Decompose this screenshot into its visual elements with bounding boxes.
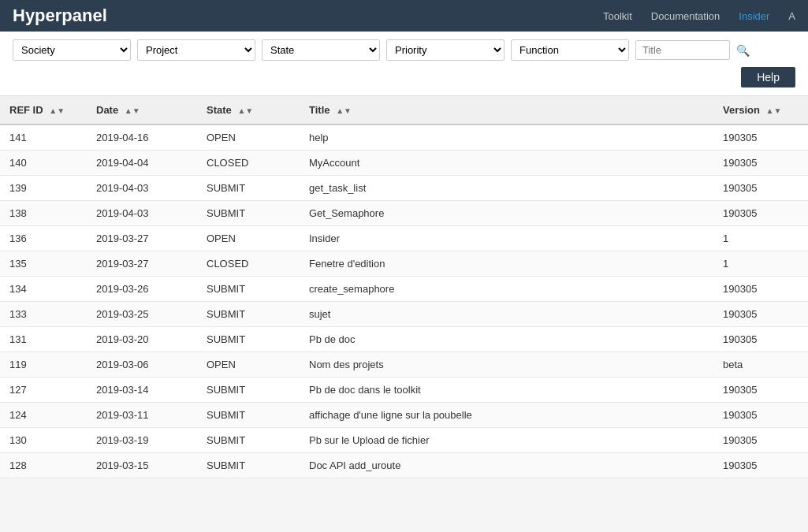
table-row[interactable]: 133 2019-03-25 SUBMIT sujet 190305: [0, 302, 808, 327]
cell-version: 190305: [713, 201, 808, 226]
table-row[interactable]: 136 2019-03-27 OPEN Insider 1: [0, 226, 808, 251]
cell-version: 1: [713, 251, 808, 277]
col-header-refid[interactable]: REF ID ▲▼: [0, 96, 87, 125]
cell-version: 190305: [713, 378, 808, 403]
col-header-state[interactable]: State ▲▼: [197, 96, 300, 125]
cell-version: 190305: [713, 428, 808, 453]
sort-icon-title: ▲▼: [336, 106, 352, 115]
table-row[interactable]: 138 2019-04-03 SUBMIT Get_Semaphore 1903…: [0, 201, 808, 226]
cell-title: help: [300, 125, 713, 151]
cell-version: 190305: [713, 125, 808, 151]
nav-insider[interactable]: Insider: [739, 10, 769, 22]
state-select[interactable]: State: [262, 39, 380, 61]
cell-date: 2019-03-14: [87, 378, 197, 403]
nav-toolkit[interactable]: Toolkit: [603, 10, 632, 22]
cell-refid: 133: [0, 302, 87, 327]
cell-refid: 134: [0, 277, 87, 302]
title-input[interactable]: [635, 40, 730, 60]
cell-date: 2019-04-03: [87, 176, 197, 201]
cell-date: 2019-03-15: [87, 453, 197, 478]
col-header-title[interactable]: Title ▲▼: [300, 96, 713, 125]
cell-date: 2019-04-04: [87, 151, 197, 176]
cell-date: 2019-04-03: [87, 201, 197, 226]
search-button[interactable]: 🔍: [736, 44, 750, 57]
table-row[interactable]: 128 2019-03-15 SUBMIT Doc API add_uroute…: [0, 453, 808, 478]
cell-version: 190305: [713, 302, 808, 327]
cell-refid: 138: [0, 201, 87, 226]
cell-version: 190305: [713, 453, 808, 478]
col-header-date[interactable]: Date ▲▼: [87, 96, 197, 125]
cell-state: SUBMIT: [197, 453, 300, 478]
society-select[interactable]: Society: [13, 39, 131, 61]
cell-date: 2019-03-27: [87, 226, 197, 251]
cell-title: Pb de doc: [300, 327, 713, 352]
cell-refid: 136: [0, 226, 87, 251]
cell-title: Fenetre d'edition: [300, 251, 713, 277]
cell-state: CLOSED: [197, 151, 300, 176]
project-select[interactable]: Project: [137, 39, 255, 61]
table-row[interactable]: 135 2019-03-27 CLOSED Fenetre d'edition …: [0, 251, 808, 277]
cell-date: 2019-03-06: [87, 352, 197, 378]
data-table-container: REF ID ▲▼ Date ▲▼ State ▲▼ Title ▲▼ Vers…: [0, 96, 808, 478]
cell-version: 1: [713, 226, 808, 251]
cell-title: Doc API add_uroute: [300, 453, 713, 478]
cell-version: beta: [713, 352, 808, 378]
table-row[interactable]: 131 2019-03-20 SUBMIT Pb de doc 190305: [0, 327, 808, 352]
table-row[interactable]: 124 2019-03-11 SUBMIT affichage d'une li…: [0, 403, 808, 428]
cell-date: 2019-03-20: [87, 327, 197, 352]
table-body: 141 2019-04-16 OPEN help 190305 140 2019…: [0, 125, 808, 478]
cell-refid: 119: [0, 352, 87, 378]
cell-date: 2019-03-27: [87, 251, 197, 277]
cell-state: SUBMIT: [197, 428, 300, 453]
cell-version: 190305: [713, 151, 808, 176]
table-row[interactable]: 130 2019-03-19 SUBMIT Pb sur le Upload d…: [0, 428, 808, 453]
cell-version: 190305: [713, 176, 808, 201]
filter-bar: Society Project State Priority Function …: [0, 32, 808, 96]
help-button[interactable]: Help: [741, 67, 795, 87]
table-row[interactable]: 127 2019-03-14 SUBMIT Pb de doc dans le …: [0, 378, 808, 403]
logo: Hyperpanel: [13, 6, 107, 26]
cell-title: Get_Semaphore: [300, 201, 713, 226]
cell-state: CLOSED: [197, 251, 300, 277]
sort-icon-date: ▲▼: [125, 106, 140, 115]
nav-account[interactable]: A: [788, 10, 795, 22]
cell-refid: 139: [0, 176, 87, 201]
cell-state: OPEN: [197, 352, 300, 378]
header-nav: Toolkit Documentation Insider A: [603, 10, 795, 22]
cell-state: SUBMIT: [197, 327, 300, 352]
cell-version: 190305: [713, 403, 808, 428]
cell-refid: 140: [0, 151, 87, 176]
cell-date: 2019-04-16: [87, 125, 197, 151]
function-select[interactable]: Function: [511, 39, 629, 61]
table-row[interactable]: 140 2019-04-04 CLOSED MyAccount 190305: [0, 151, 808, 176]
cell-title: Pb de doc dans le toolkit: [300, 378, 713, 403]
priority-select[interactable]: Priority: [386, 39, 505, 61]
cell-title: affichage d'une ligne sur la poubelle: [300, 403, 713, 428]
cell-date: 2019-03-19: [87, 428, 197, 453]
cell-refid: 131: [0, 327, 87, 352]
cell-state: SUBMIT: [197, 403, 300, 428]
cell-state: SUBMIT: [197, 176, 300, 201]
cell-refid: 128: [0, 453, 87, 478]
table-row[interactable]: 139 2019-04-03 SUBMIT get_task_list 1903…: [0, 176, 808, 201]
cell-refid: 135: [0, 251, 87, 277]
col-header-version[interactable]: Version ▲▼: [713, 96, 808, 125]
cell-title: Insider: [300, 226, 713, 251]
table-header: REF ID ▲▼ Date ▲▼ State ▲▼ Title ▲▼ Vers…: [0, 96, 808, 125]
table-row[interactable]: 119 2019-03-06 OPEN Nom des projets beta: [0, 352, 808, 378]
cell-title: MyAccount: [300, 151, 713, 176]
cell-state: SUBMIT: [197, 302, 300, 327]
cell-refid: 127: [0, 378, 87, 403]
cell-title: create_semaphore: [300, 277, 713, 302]
cell-state: SUBMIT: [197, 378, 300, 403]
nav-documentation[interactable]: Documentation: [651, 10, 720, 22]
sort-icon-version: ▲▼: [766, 106, 782, 115]
cell-title: Pb sur le Upload de fichier: [300, 428, 713, 453]
cell-state: SUBMIT: [197, 201, 300, 226]
cell-state: OPEN: [197, 125, 300, 151]
cell-date: 2019-03-25: [87, 302, 197, 327]
cell-state: SUBMIT: [197, 277, 300, 302]
cell-refid: 124: [0, 403, 87, 428]
table-row[interactable]: 141 2019-04-16 OPEN help 190305: [0, 125, 808, 151]
table-row[interactable]: 134 2019-03-26 SUBMIT create_semaphore 1…: [0, 277, 808, 302]
